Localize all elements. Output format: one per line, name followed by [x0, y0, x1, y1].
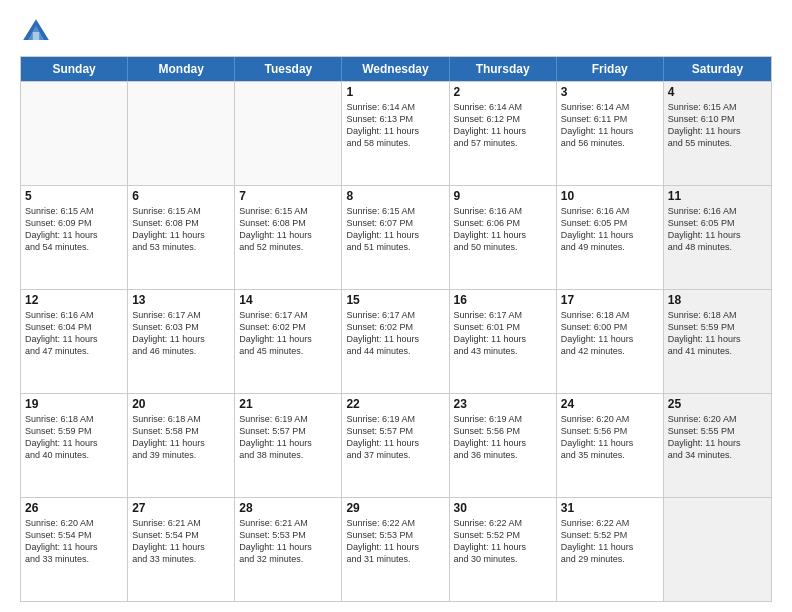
cell-info: Sunrise: 6:17 AM Sunset: 6:02 PM Dayligh…: [239, 309, 337, 358]
calendar-cell-10: 10Sunrise: 6:16 AM Sunset: 6:05 PM Dayli…: [557, 186, 664, 289]
cell-info: Sunrise: 6:14 AM Sunset: 6:13 PM Dayligh…: [346, 101, 444, 150]
day-number: 18: [668, 293, 767, 307]
calendar-row-2: 12Sunrise: 6:16 AM Sunset: 6:04 PM Dayli…: [21, 289, 771, 393]
header: [20, 16, 772, 48]
day-header-thursday: Thursday: [450, 57, 557, 81]
cell-info: Sunrise: 6:15 AM Sunset: 6:07 PM Dayligh…: [346, 205, 444, 254]
cell-info: Sunrise: 6:18 AM Sunset: 5:59 PM Dayligh…: [668, 309, 767, 358]
cell-info: Sunrise: 6:15 AM Sunset: 6:08 PM Dayligh…: [239, 205, 337, 254]
day-number: 14: [239, 293, 337, 307]
cell-info: Sunrise: 6:16 AM Sunset: 6:05 PM Dayligh…: [561, 205, 659, 254]
calendar-cell-14: 14Sunrise: 6:17 AM Sunset: 6:02 PM Dayli…: [235, 290, 342, 393]
calendar-cell-15: 15Sunrise: 6:17 AM Sunset: 6:02 PM Dayli…: [342, 290, 449, 393]
cell-info: Sunrise: 6:21 AM Sunset: 5:54 PM Dayligh…: [132, 517, 230, 566]
day-number: 20: [132, 397, 230, 411]
day-number: 25: [668, 397, 767, 411]
calendar-cell-28: 28Sunrise: 6:21 AM Sunset: 5:53 PM Dayli…: [235, 498, 342, 601]
calendar-cell-18: 18Sunrise: 6:18 AM Sunset: 5:59 PM Dayli…: [664, 290, 771, 393]
calendar-cell-17: 17Sunrise: 6:18 AM Sunset: 6:00 PM Dayli…: [557, 290, 664, 393]
calendar-cell-2: 2Sunrise: 6:14 AM Sunset: 6:12 PM Daylig…: [450, 82, 557, 185]
day-number: 22: [346, 397, 444, 411]
day-header-sunday: Sunday: [21, 57, 128, 81]
cell-info: Sunrise: 6:19 AM Sunset: 5:57 PM Dayligh…: [239, 413, 337, 462]
calendar-cell-11: 11Sunrise: 6:16 AM Sunset: 6:05 PM Dayli…: [664, 186, 771, 289]
day-number: 16: [454, 293, 552, 307]
cell-info: Sunrise: 6:15 AM Sunset: 6:10 PM Dayligh…: [668, 101, 767, 150]
calendar-cell-8: 8Sunrise: 6:15 AM Sunset: 6:07 PM Daylig…: [342, 186, 449, 289]
calendar-cell-21: 21Sunrise: 6:19 AM Sunset: 5:57 PM Dayli…: [235, 394, 342, 497]
day-number: 13: [132, 293, 230, 307]
cell-info: Sunrise: 6:15 AM Sunset: 6:09 PM Dayligh…: [25, 205, 123, 254]
cell-info: Sunrise: 6:20 AM Sunset: 5:55 PM Dayligh…: [668, 413, 767, 462]
cell-info: Sunrise: 6:20 AM Sunset: 5:54 PM Dayligh…: [25, 517, 123, 566]
day-header-saturday: Saturday: [664, 57, 771, 81]
svg-rect-2: [33, 32, 39, 40]
day-number: 12: [25, 293, 123, 307]
day-number: 2: [454, 85, 552, 99]
day-number: 1: [346, 85, 444, 99]
day-number: 10: [561, 189, 659, 203]
day-number: 7: [239, 189, 337, 203]
cell-info: Sunrise: 6:14 AM Sunset: 6:12 PM Dayligh…: [454, 101, 552, 150]
day-number: 23: [454, 397, 552, 411]
calendar-cell-16: 16Sunrise: 6:17 AM Sunset: 6:01 PM Dayli…: [450, 290, 557, 393]
calendar: SundayMondayTuesdayWednesdayThursdayFrid…: [20, 56, 772, 602]
cell-info: Sunrise: 6:17 AM Sunset: 6:03 PM Dayligh…: [132, 309, 230, 358]
cell-info: Sunrise: 6:21 AM Sunset: 5:53 PM Dayligh…: [239, 517, 337, 566]
calendar-cell-24: 24Sunrise: 6:20 AM Sunset: 5:56 PM Dayli…: [557, 394, 664, 497]
calendar-cell-25: 25Sunrise: 6:20 AM Sunset: 5:55 PM Dayli…: [664, 394, 771, 497]
cell-info: Sunrise: 6:22 AM Sunset: 5:53 PM Dayligh…: [346, 517, 444, 566]
day-header-wednesday: Wednesday: [342, 57, 449, 81]
calendar-row-3: 19Sunrise: 6:18 AM Sunset: 5:59 PM Dayli…: [21, 393, 771, 497]
day-number: 8: [346, 189, 444, 203]
calendar-cell-3: 3Sunrise: 6:14 AM Sunset: 6:11 PM Daylig…: [557, 82, 664, 185]
calendar-cell-1: 1Sunrise: 6:14 AM Sunset: 6:13 PM Daylig…: [342, 82, 449, 185]
day-header-friday: Friday: [557, 57, 664, 81]
calendar-header: SundayMondayTuesdayWednesdayThursdayFrid…: [21, 57, 771, 81]
day-number: 15: [346, 293, 444, 307]
cell-info: Sunrise: 6:16 AM Sunset: 6:05 PM Dayligh…: [668, 205, 767, 254]
calendar-cell-13: 13Sunrise: 6:17 AM Sunset: 6:03 PM Dayli…: [128, 290, 235, 393]
calendar-cell-empty-0-2: [235, 82, 342, 185]
calendar-row-0: 1Sunrise: 6:14 AM Sunset: 6:13 PM Daylig…: [21, 81, 771, 185]
day-number: 11: [668, 189, 767, 203]
calendar-row-1: 5Sunrise: 6:15 AM Sunset: 6:09 PM Daylig…: [21, 185, 771, 289]
calendar-cell-23: 23Sunrise: 6:19 AM Sunset: 5:56 PM Dayli…: [450, 394, 557, 497]
day-number: 26: [25, 501, 123, 515]
day-number: 21: [239, 397, 337, 411]
cell-info: Sunrise: 6:17 AM Sunset: 6:02 PM Dayligh…: [346, 309, 444, 358]
cell-info: Sunrise: 6:14 AM Sunset: 6:11 PM Dayligh…: [561, 101, 659, 150]
page: SundayMondayTuesdayWednesdayThursdayFrid…: [0, 0, 792, 612]
cell-info: Sunrise: 6:18 AM Sunset: 5:59 PM Dayligh…: [25, 413, 123, 462]
day-number: 5: [25, 189, 123, 203]
day-number: 19: [25, 397, 123, 411]
calendar-cell-5: 5Sunrise: 6:15 AM Sunset: 6:09 PM Daylig…: [21, 186, 128, 289]
day-number: 3: [561, 85, 659, 99]
calendar-cell-empty-4-6: [664, 498, 771, 601]
calendar-cell-30: 30Sunrise: 6:22 AM Sunset: 5:52 PM Dayli…: [450, 498, 557, 601]
calendar-cell-20: 20Sunrise: 6:18 AM Sunset: 5:58 PM Dayli…: [128, 394, 235, 497]
day-number: 6: [132, 189, 230, 203]
day-number: 30: [454, 501, 552, 515]
day-number: 27: [132, 501, 230, 515]
logo-icon: [20, 16, 52, 48]
calendar-cell-12: 12Sunrise: 6:16 AM Sunset: 6:04 PM Dayli…: [21, 290, 128, 393]
calendar-cell-4: 4Sunrise: 6:15 AM Sunset: 6:10 PM Daylig…: [664, 82, 771, 185]
logo: [20, 16, 58, 48]
day-number: 24: [561, 397, 659, 411]
cell-info: Sunrise: 6:16 AM Sunset: 6:06 PM Dayligh…: [454, 205, 552, 254]
calendar-cell-empty-0-1: [128, 82, 235, 185]
cell-info: Sunrise: 6:19 AM Sunset: 5:56 PM Dayligh…: [454, 413, 552, 462]
calendar-cell-22: 22Sunrise: 6:19 AM Sunset: 5:57 PM Dayli…: [342, 394, 449, 497]
cell-info: Sunrise: 6:19 AM Sunset: 5:57 PM Dayligh…: [346, 413, 444, 462]
day-number: 29: [346, 501, 444, 515]
calendar-cell-9: 9Sunrise: 6:16 AM Sunset: 6:06 PM Daylig…: [450, 186, 557, 289]
calendar-cell-empty-0-0: [21, 82, 128, 185]
day-number: 17: [561, 293, 659, 307]
cell-info: Sunrise: 6:15 AM Sunset: 6:08 PM Dayligh…: [132, 205, 230, 254]
cell-info: Sunrise: 6:16 AM Sunset: 6:04 PM Dayligh…: [25, 309, 123, 358]
calendar-cell-19: 19Sunrise: 6:18 AM Sunset: 5:59 PM Dayli…: [21, 394, 128, 497]
calendar-cell-29: 29Sunrise: 6:22 AM Sunset: 5:53 PM Dayli…: [342, 498, 449, 601]
calendar-body: 1Sunrise: 6:14 AM Sunset: 6:13 PM Daylig…: [21, 81, 771, 601]
calendar-cell-27: 27Sunrise: 6:21 AM Sunset: 5:54 PM Dayli…: [128, 498, 235, 601]
